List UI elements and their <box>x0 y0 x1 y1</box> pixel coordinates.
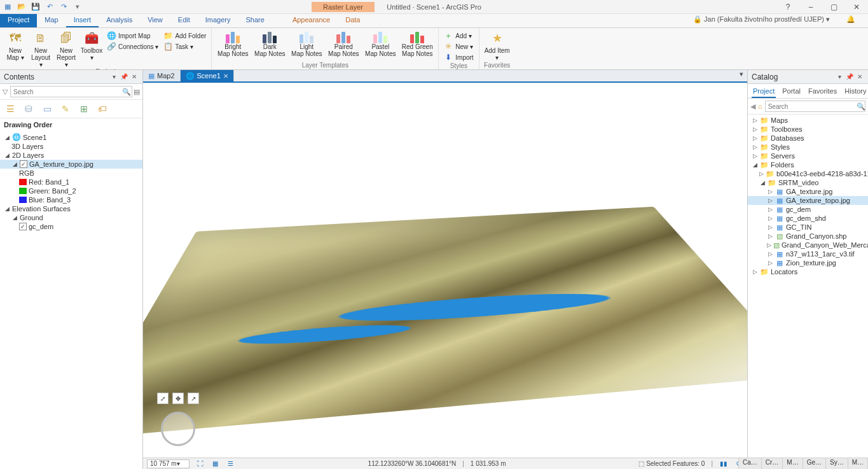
catalog-search-input[interactable] <box>765 101 865 112</box>
contents-search-menu[interactable]: ▤ <box>134 88 140 96</box>
redo-icon[interactable]: ↷ <box>59 2 69 12</box>
qat-customize-icon[interactable]: ▾ <box>72 2 83 12</box>
list-by-drawing-order-icon[interactable]: ☰ <box>4 102 17 115</box>
new-map-button[interactable]: 🗺NewMap ▾ <box>4 29 27 68</box>
list-by-snapping-icon[interactable]: ⊞ <box>78 102 90 115</box>
styles-add-button[interactable]: ＋Add ▾ <box>443 31 474 41</box>
contents-search-input[interactable] <box>10 86 132 97</box>
list-by-source-icon[interactable]: ⛁ <box>22 102 35 115</box>
nav-explore-icon[interactable]: ✥ <box>172 393 184 404</box>
catalog-toolboxes[interactable]: ▷📁Toolboxes <box>748 125 868 134</box>
catalog-bottom-tab-4[interactable]: Sy… <box>826 458 848 469</box>
catalog-styles[interactable]: ▷📁Styles <box>748 143 868 151</box>
tab-insert[interactable]: Insert <box>66 14 99 27</box>
view-tab-scene1[interactable]: 🌐Scene1✕ <box>181 70 234 81</box>
tab-map[interactable]: Map <box>37 14 65 27</box>
catalog-bottom-tab-5[interactable]: M… <box>848 458 868 469</box>
tab-data[interactable]: Data <box>338 14 368 27</box>
connections-button[interactable]: 🔗Connections ▾ <box>106 41 160 52</box>
template-paired-map-notes[interactable]: PairedMap Notes <box>326 29 361 57</box>
tab-imagery[interactable]: Imagery <box>198 14 238 27</box>
catalog-maps[interactable]: ▷📁Maps <box>748 116 868 125</box>
close-button[interactable]: ✕ <box>848 3 865 11</box>
list-by-editing-icon[interactable]: ✎ <box>59 102 72 115</box>
catalog-tab-portal[interactable]: Portal <box>781 86 802 98</box>
import-map-button[interactable]: 🌐Import Map <box>106 31 160 41</box>
template-light-map-notes[interactable]: LightMap Notes <box>289 29 324 57</box>
view-tab-map2[interactable]: ▦Map2 <box>143 70 181 81</box>
catalog-close-icon[interactable]: ✕ <box>855 73 864 80</box>
new-report-button[interactable]: 🗐NewReport ▾ <box>55 29 78 68</box>
template-bright-map-notes[interactable]: BrightMap Notes <box>216 29 250 57</box>
catalog-bottom-tab-2[interactable]: M… <box>783 458 803 469</box>
catalog-file-gc-tin[interactable]: ▷▦GC_TIN <box>748 223 868 232</box>
favorites-add-item-button[interactable]: ★Add Item ▾ <box>483 29 511 61</box>
undo-icon[interactable]: ↶ <box>45 2 55 12</box>
catalog-bottom-tab-3[interactable]: Ge… <box>803 458 826 469</box>
catalog-pin-icon[interactable]: 📌 <box>845 73 854 80</box>
project-icon[interactable]: ▦ <box>3 2 13 12</box>
contents-pin-icon[interactable]: 📌 <box>120 73 128 80</box>
view-tabs-dropdown-icon[interactable]: ▾ <box>736 70 747 81</box>
contents-options-icon[interactable]: ▾ <box>109 73 118 80</box>
catalog-file-grand-canyon-web-mercator-shp[interactable]: ▷▧Grand_Canyon_Web_Mercator.shp <box>748 241 868 249</box>
nav-full-extent-icon[interactable]: ⤢ <box>157 393 169 404</box>
tree-gc-dem[interactable]: ✓gc_dem <box>0 222 142 231</box>
maximize-button[interactable]: ▢ <box>825 3 843 11</box>
filter-icon[interactable]: ▽ <box>3 88 8 96</box>
list-by-selection-icon[interactable]: ▭ <box>41 102 53 115</box>
catalog-file-n37-w113-1arc-v3-tif[interactable]: ▷▦n37_w113_1arc_v3.tif <box>748 249 868 258</box>
catalog-folder-srtm[interactable]: ◢📁SRTM_video <box>748 178 868 187</box>
close-tab-icon[interactable]: ✕ <box>223 73 228 80</box>
tree-3d-layers[interactable]: 3D Layers <box>0 142 142 151</box>
task-button[interactable]: 📋Task ▾ <box>162 41 207 52</box>
styles-new-button[interactable]: ✳New ▾ <box>443 41 474 52</box>
tree-2d-layers[interactable]: ◢2D Layers <box>0 151 142 160</box>
notification-bell-icon[interactable]: 🔔 <box>846 15 855 24</box>
scene-view[interactable]: ⤢ ✥ ↗ <box>143 83 747 458</box>
nav-north-icon[interactable]: ↗ <box>188 393 199 404</box>
tab-analysis[interactable]: Analysis <box>99 14 140 27</box>
catalog-tab-favorites[interactable]: Favorites <box>807 86 838 98</box>
template-dark-map-notes[interactable]: DarkMap Notes <box>252 29 287 57</box>
tree-elev-surfaces[interactable]: ◢Elevation Surfaces <box>0 204 142 213</box>
tab-project[interactable]: Project <box>0 14 37 27</box>
tab-view[interactable]: View <box>140 14 170 27</box>
catalog-locators[interactable]: ▷📁Locators <box>748 267 868 276</box>
catalog-file-grand-canyon-shp[interactable]: ▷▧Grand_Canyon.shp <box>748 232 868 241</box>
tab-appearance[interactable]: Appearance <box>285 14 338 27</box>
add-folder-button[interactable]: 📁Add Folder <box>162 31 207 41</box>
new-layout-button[interactable]: 🗎NewLayout ▾ <box>29 29 52 68</box>
catalog-search-icon[interactable]: 🔍 <box>857 102 865 111</box>
catalog-file-gc-dem[interactable]: ▷▦gc_dem <box>748 205 868 214</box>
tree-scene[interactable]: ◢🌐Scene1 <box>0 132 142 142</box>
scale-input[interactable]: 10 757 m ▾ <box>147 459 189 468</box>
catalog-file-zion-texture-jpg[interactable]: ▷▦Zion_texture.jpg <box>748 258 868 267</box>
tree-rgb[interactable]: RGB <box>0 169 142 178</box>
catalog-tab-history[interactable]: History <box>843 86 867 98</box>
open-icon[interactable]: 📂 <box>17 2 27 12</box>
toolbox-button[interactable]: 🧰Toolbox ▾ <box>80 29 103 68</box>
status-pause-icon[interactable]: ▮▮ <box>719 460 728 467</box>
search-icon[interactable]: 🔍 <box>122 88 131 96</box>
template-pastel-map-notes[interactable]: PastelMap Notes <box>363 29 397 57</box>
catalog-bottom-tab-0[interactable]: Ca… <box>739 458 762 469</box>
status-icon-1[interactable]: ⛶ <box>196 460 205 467</box>
save-icon[interactable]: 💾 <box>31 2 41 12</box>
catalog-folder-guid[interactable]: ▷📁b00e41c3-eebd-4218-a83d-11daac45 <box>748 169 868 178</box>
catalog-options-icon[interactable]: ▾ <box>835 73 844 80</box>
tab-edit[interactable]: Edit <box>170 14 198 27</box>
status-icon-3[interactable]: ☰ <box>226 460 235 467</box>
status-icon-2[interactable]: ▦ <box>211 460 220 467</box>
user-label[interactable]: 🔒 Jan (Fakulta životního prostředí UJEP)… <box>693 15 830 24</box>
catalog-servers[interactable]: ▷📁Servers <box>748 151 868 160</box>
tree-ground[interactable]: ◢Ground <box>0 213 142 222</box>
catalog-home-icon[interactable]: ⌂ <box>758 102 762 110</box>
tab-share[interactable]: Share <box>238 14 272 27</box>
list-by-labeling-icon[interactable]: 🏷 <box>96 102 109 115</box>
template-red-green-map-notes[interactable]: Red GreenMap Notes <box>400 29 434 57</box>
catalog-file-ga-texture-topo-jpg[interactable]: ▷▦GA_texture_topo.jpg <box>748 196 868 205</box>
catalog-folders[interactable]: ◢📁Folders <box>748 160 868 169</box>
help-button[interactable]: ? <box>779 3 797 11</box>
catalog-tab-project[interactable]: Project <box>752 86 776 98</box>
